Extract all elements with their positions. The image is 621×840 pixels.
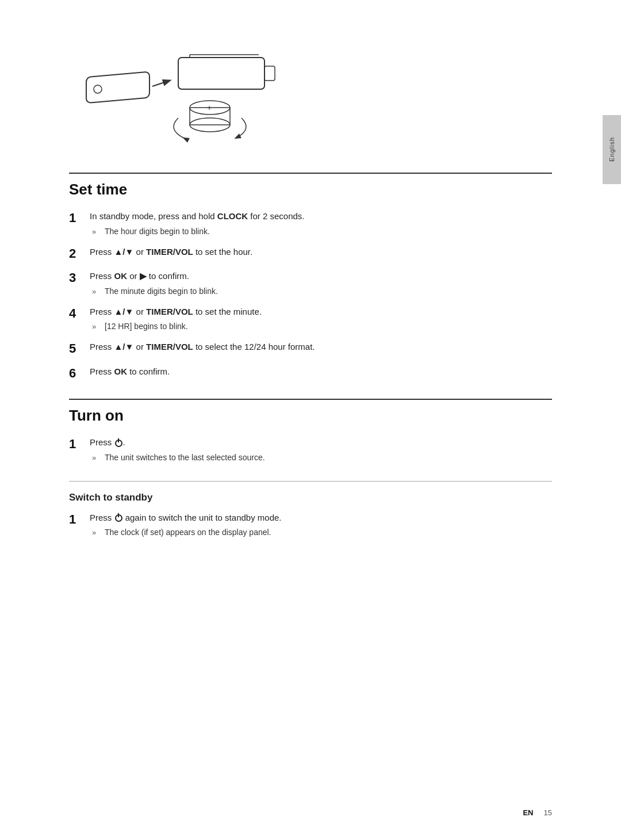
standby-step-number-1: 1 (69, 511, 90, 528)
turn-on-section-heading: Turn on (69, 399, 552, 425)
step-number-4: 4 (69, 306, 90, 322)
step-number-1: 1 (69, 210, 90, 227)
section-divider (69, 481, 552, 482)
set-time-step-2: 2 Press ▲/▼ or TIMER/VOL to set the hour… (69, 246, 552, 262)
set-time-steps: 1 In standby mode, press and hold CLOCK … (69, 210, 552, 381)
set-time-step-3: 3 Press OK or ▶ to confirm. » The minute… (69, 270, 552, 297)
step-number-5: 5 (69, 341, 90, 357)
page-container: English (0, 0, 621, 840)
illustration-area: + (69, 46, 552, 150)
step-4-content: Press ▲/▼ or TIMER/VOL to set the minute… (90, 306, 552, 333)
side-tab: English (603, 115, 621, 184)
svg-point-1 (94, 85, 102, 93)
step-number-2: 2 (69, 246, 90, 262)
set-time-step-6: 6 Press OK to confirm. (69, 365, 552, 382)
step-number-6: 6 (69, 365, 90, 382)
step-1-content: In standby mode, press and hold CLOCK fo… (90, 210, 552, 238)
device-illustration: + (69, 49, 310, 147)
footer-page: 15 (544, 808, 552, 817)
step-3-content: Press OK or ▶ to confirm. » The minute d… (90, 270, 552, 297)
turn-on-step-number-1: 1 (69, 436, 90, 453)
svg-rect-4 (264, 66, 275, 81)
step-5-content: Press ▲/▼ or TIMER/VOL to select the 12/… (90, 341, 552, 354)
turn-on-step-1: 1 Press . » The unit switches to the las… (69, 436, 552, 464)
step-number-3: 3 (69, 270, 90, 287)
footer-lang: EN (523, 808, 533, 817)
standby-step-1-content: Press again to switch the unit to standb… (90, 511, 552, 539)
side-tab-label: English (608, 137, 615, 162)
set-time-title: Set time (69, 181, 552, 198)
step-6-content: Press OK to confirm. (90, 365, 552, 379)
switch-standby-steps: 1 Press again to switch the unit to stan… (69, 511, 552, 539)
turn-on-steps: 1 Press . » The unit switches to the las… (69, 436, 552, 464)
standby-step-1: 1 Press again to switch the unit to stan… (69, 511, 552, 539)
svg-line-2 (152, 81, 170, 86)
svg-rect-0 (86, 72, 150, 104)
set-time-step-1: 1 In standby mode, press and hold CLOCK … (69, 210, 552, 238)
page-footer: EN 15 (523, 808, 552, 817)
switch-standby-heading: Switch to standby (69, 492, 552, 503)
svg-text:+: + (207, 103, 212, 112)
turn-on-title: Turn on (69, 407, 552, 425)
set-time-section-heading: Set time (69, 173, 552, 198)
set-time-step-5: 5 Press ▲/▼ or TIMER/VOL to select the 1… (69, 341, 552, 357)
svg-rect-3 (178, 58, 264, 89)
step-2-content: Press ▲/▼ or TIMER/VOL to set the hour. (90, 246, 552, 259)
set-time-step-4: 4 Press ▲/▼ or TIMER/VOL to set the minu… (69, 306, 552, 333)
turn-on-step-1-content: Press . » The unit switches to the last … (90, 436, 552, 464)
